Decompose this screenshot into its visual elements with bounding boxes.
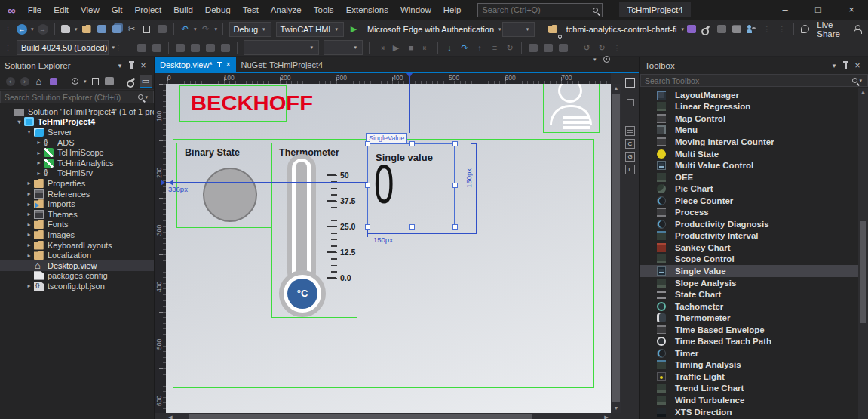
toolbox-item[interactable]: XTS Direction [640, 406, 868, 418]
se-search-dropdown-icon[interactable]: ▾ [145, 94, 148, 100]
toolbox-item[interactable]: Map Control [640, 112, 868, 125]
expand-arrow-icon[interactable]: ▸ [24, 201, 34, 208]
toolbar-overflow-icon[interactable]: ⋮ [760, 22, 774, 37]
tree-item[interactable]: ▸ Fonts [0, 220, 154, 230]
tree-item[interactable]: ▸ Themes [0, 209, 154, 220]
menu-item[interactable]: Window [394, 2, 437, 17]
tree-item[interactable]: ▸ Images [0, 230, 154, 240]
toolbox-item[interactable]: Menu [640, 125, 868, 137]
account-icon[interactable] [851, 22, 864, 37]
solution-platform-dropdown[interactable]: TwinCAT HMI▾ [276, 22, 344, 37]
port-dropdown[interactable]: ▾ [324, 40, 363, 55]
toolbox-scroll-up-icon[interactable]: ▲ [858, 88, 868, 97]
menu-item[interactable]: Edit [48, 2, 75, 17]
se-collapse-all-icon[interactable] [89, 75, 102, 88]
toolbar-grip-2[interactable]: ⋮ [5, 44, 11, 51]
resize-handle-sw[interactable] [365, 224, 370, 230]
list-view-icon[interactable] [625, 126, 635, 136]
menu-item[interactable]: View [75, 2, 106, 17]
menu-item[interactable]: Extensions [340, 2, 394, 17]
expand-arrow-icon[interactable]: ▸ [34, 170, 44, 177]
wrench-icon[interactable] [700, 22, 713, 37]
solution-configuration-dropdown[interactable]: Debug▾ [229, 22, 271, 37]
toolbox-item[interactable]: Linear Regression [640, 101, 868, 113]
navigate-back-dropdown-icon[interactable]: ▾ [31, 26, 34, 32]
se-pending-changes-dropdown-icon[interactable]: ▾ [84, 79, 87, 85]
toolbar-grip[interactable]: ⋮ [5, 26, 11, 33]
scroll-right-icon[interactable]: ▶ [602, 414, 611, 419]
attach-icon[interactable]: ⇥ [374, 40, 388, 55]
design-canvas[interactable]: BECKHOFF Binary State Thermometer [166, 84, 611, 413]
horizontal-scroll-thumb[interactable] [189, 414, 532, 419]
se-back-icon[interactable]: ‹ [4, 75, 17, 88]
toolbox-doc-icon-2[interactable] [541, 40, 555, 55]
undo-button[interactable]: ↶ [178, 22, 192, 37]
menu-item[interactable]: Analyze [265, 2, 308, 17]
expand-arrow-icon[interactable]: ▾ [24, 128, 34, 135]
binary-state-control[interactable]: Binary State [176, 143, 272, 228]
toolbox-pin-icon[interactable] [845, 63, 847, 69]
toolbox-item[interactable]: Multi Value Control [640, 159, 868, 171]
tree-item[interactable]: Desktop.view [0, 260, 154, 271]
refresh-right-icon[interactable]: ↻ [595, 40, 609, 55]
se-forward-icon[interactable]: › [18, 75, 31, 88]
se-sync-with-active-document-icon[interactable]: ▭ [140, 75, 152, 88]
start-icon[interactable]: ▶ [389, 40, 403, 55]
publish-folder-icon[interactable] [546, 22, 560, 37]
toolbox-item[interactable]: Productivity Diagnosis [640, 218, 868, 230]
cut-icon[interactable]: ✂ [125, 22, 139, 37]
new-project-dropdown-icon[interactable]: ▾ [75, 26, 78, 32]
toolbox-item[interactable]: Multi State [640, 148, 868, 160]
toolbox-doc-icon-3[interactable] [557, 40, 570, 55]
toolbox-item[interactable]: Productivity Interval [640, 230, 868, 242]
resize-handle-se[interactable] [452, 224, 458, 230]
tree-item[interactable]: ▸ Properties [0, 178, 154, 189]
quick-search-box[interactable] [477, 3, 603, 17]
tree-item[interactable]: Solution 'TcHmiProject4' (1 of 1 project… [0, 106, 154, 117]
tree-item[interactable]: ▸ KeyboardLayouts [0, 240, 154, 251]
single-value-control[interactable]: Single value 0 [367, 143, 455, 226]
close-button[interactable]: × [835, 0, 868, 20]
designer-settings-gear-icon[interactable] [603, 56, 610, 63]
toolbox-item[interactable]: Scope Control [640, 254, 868, 266]
edit-config-icon[interactable] [189, 40, 202, 55]
toolbox-item[interactable]: Thermometer [640, 312, 868, 324]
document-tab[interactable]: NuGet: TcHmiProject4 × [236, 57, 329, 72]
activate-config-icon[interactable] [173, 40, 187, 55]
scan-icon[interactable] [204, 40, 217, 55]
stop-icon[interactable]: ■ [404, 40, 418, 55]
tree-item[interactable]: ▸ tsconfig.tpl.json [0, 281, 154, 291]
live-share-icon[interactable] [798, 22, 811, 37]
letter-c-icon[interactable]: C [625, 139, 635, 149]
step-over-icon[interactable]: ↷ [458, 40, 471, 55]
toolbox-item[interactable]: Wind Turbulence [640, 394, 868, 406]
toolbox-scrollbar[interactable]: ▲ [858, 88, 868, 419]
menu-item[interactable]: Debug [199, 2, 237, 17]
toolbar-overflow-icon-4[interactable]: ⋮ [610, 40, 624, 55]
secondary-target-dropdown[interactable]: ▾ [502, 22, 535, 37]
toolbox-doc-icon[interactable] [526, 40, 540, 55]
tree-item[interactable]: ▸ Localization [0, 250, 154, 260]
terminal-icon[interactable] [685, 22, 698, 37]
menu-item[interactable]: Help [437, 2, 468, 17]
expand-arrow-icon[interactable]: ▸ [24, 180, 34, 186]
tree-item[interactable]: ▸ TcHmiAnalytics [0, 158, 154, 168]
run-mode-icon[interactable] [219, 40, 232, 55]
beckhoff-logo-control[interactable]: BECKHOFF [179, 85, 287, 122]
se-preview-icon[interactable] [125, 75, 138, 88]
tree-item[interactable]: ▸ TcHmiScope [0, 147, 154, 158]
step-out-icon[interactable]: ↑ [473, 40, 486, 55]
se-pending-changes-icon[interactable] [69, 75, 81, 88]
compare-views-icon[interactable] [625, 78, 635, 88]
expand-arrow-icon[interactable]: ▸ [34, 159, 44, 166]
resize-handle-e[interactable] [452, 183, 458, 188]
se-switch-views-icon[interactable] [47, 75, 60, 88]
detach-icon[interactable]: ⇤ [419, 40, 433, 55]
link-project-icon[interactable] [135, 40, 149, 55]
maximize-button[interactable]: □ [802, 0, 835, 20]
tree-item[interactable]: ▸ ADS [0, 137, 154, 148]
toolbox-item[interactable]: OEE [640, 171, 868, 183]
expand-arrow-icon[interactable]: ▸ [24, 221, 34, 228]
new-project-button[interactable] [59, 22, 72, 37]
team-icon[interactable] [745, 22, 759, 37]
